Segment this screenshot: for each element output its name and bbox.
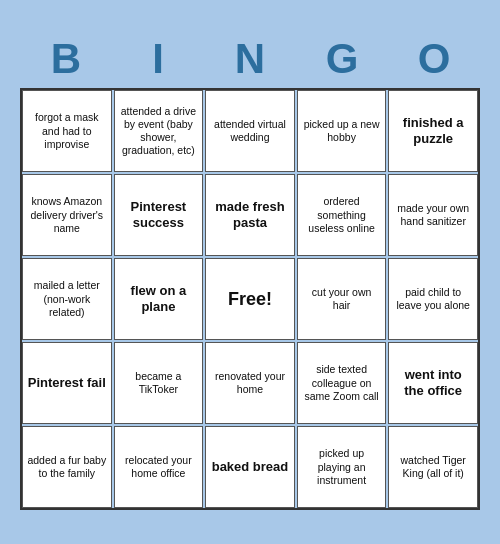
- bingo-cell-0: forgot a mask and had to improvise: [22, 90, 112, 172]
- bingo-cell-2: attended virtual wedding: [205, 90, 295, 172]
- bingo-cell-19: went into the office: [388, 342, 478, 424]
- bingo-cell-15: Pinterest fail: [22, 342, 112, 424]
- bingo-cell-22: baked bread: [205, 426, 295, 508]
- bingo-cell-24: watched Tiger King (all of it): [388, 426, 478, 508]
- bingo-cell-13: cut your own hair: [297, 258, 387, 340]
- bingo-letter-g: G: [296, 34, 388, 84]
- bingo-cell-16: became a TikToker: [114, 342, 204, 424]
- bingo-cell-11: flew on a plane: [114, 258, 204, 340]
- bingo-cell-17: renovated your home: [205, 342, 295, 424]
- bingo-letter-o: O: [388, 34, 480, 84]
- bingo-header: BINGO: [20, 34, 480, 84]
- bingo-cell-7: made fresh pasta: [205, 174, 295, 256]
- bingo-letter-b: B: [20, 34, 112, 84]
- bingo-grid: forgot a mask and had to improviseattend…: [20, 88, 480, 510]
- bingo-cell-5: knows Amazon delivery driver's name: [22, 174, 112, 256]
- bingo-cell-6: Pinterest success: [114, 174, 204, 256]
- bingo-cell-18: side texted colleague on same Zoom call: [297, 342, 387, 424]
- bingo-cell-1: attended a drive by event (baby shower, …: [114, 90, 204, 172]
- bingo-cell-23: picked up playing an instrument: [297, 426, 387, 508]
- bingo-card: BINGO forgot a mask and had to improvise…: [10, 24, 490, 520]
- bingo-cell-9: made your own hand sanitizer: [388, 174, 478, 256]
- bingo-cell-20: added a fur baby to the family: [22, 426, 112, 508]
- bingo-header-row: BINGO: [20, 34, 480, 84]
- bingo-cell-8: ordered something useless online: [297, 174, 387, 256]
- bingo-cell-3: picked up a new hobby: [297, 90, 387, 172]
- bingo-letter-i: I: [112, 34, 204, 84]
- bingo-letter-n: N: [204, 34, 296, 84]
- bingo-cell-14: paid child to leave you alone: [388, 258, 478, 340]
- bingo-cell-21: relocated your home office: [114, 426, 204, 508]
- bingo-cell-4: finished a puzzle: [388, 90, 478, 172]
- bingo-cell-10: mailed a letter (non-work related): [22, 258, 112, 340]
- bingo-cell-12: Free!: [205, 258, 295, 340]
